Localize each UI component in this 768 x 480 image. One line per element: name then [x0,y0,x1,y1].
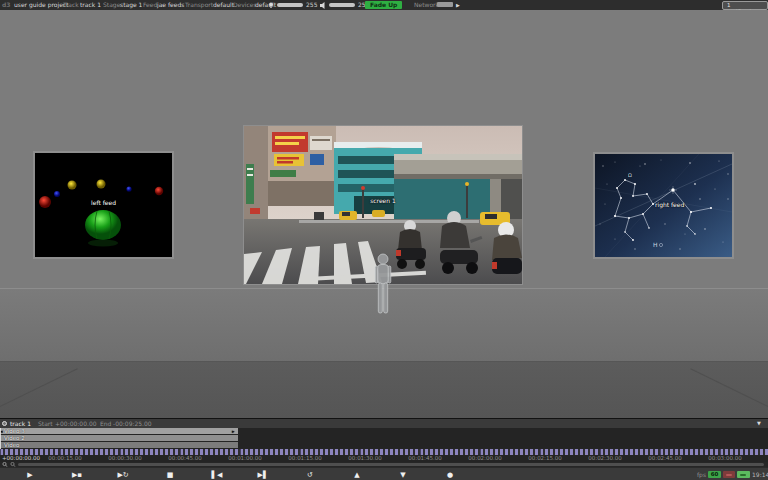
menu-transport-label: Transport [185,0,213,10]
brightness-slider[interactable] [277,3,303,7]
left-feed-label: left feed [91,200,116,206]
tick-label: 00:00:15.00 [48,455,81,461]
d3-application-window: d3 user guide project Track track 1 Stag… [0,0,768,480]
track-start-label: Start [38,419,53,428]
menu-feed-value[interactable]: jae feeds [157,0,184,10]
move-up-button[interactable]: ▲ [345,469,369,480]
layer-label: Video 3 [4,428,25,434]
layer-label: Video 2 [4,435,25,441]
svg-text:H: H [653,241,658,248]
fps-value-badge: 60 [708,471,721,478]
layer-video[interactable]: Video [0,442,238,448]
menu-devices-label: Devices [233,0,257,10]
track-start-value: +00:00:00.00 [55,419,97,428]
center-screen-label: screen 1 [370,198,396,204]
network-expand-icon[interactable]: ▶ [456,0,460,10]
fps-label: fps [697,471,706,478]
play-button[interactable]: ▶ [18,469,42,480]
stop-button[interactable]: ■ [158,469,182,480]
floor-front-edge [0,361,768,362]
menu-transport-value[interactable]: default [213,0,234,10]
track-header[interactable]: track 1 Start +00:00:00.00 End -00:09:25… [0,419,768,428]
screen-right-feed[interactable]: Ω H right feed [593,152,734,259]
svg-text:Ω: Ω [628,172,632,178]
stage-apron [0,362,768,418]
tick-label: 00:01:15.00 [288,455,321,461]
brightness-icon [268,2,274,8]
play-to-next-section-button[interactable]: ▶▪ [65,469,89,480]
health-indicator-red [723,471,735,478]
tick-label: 00:02:30.00 [588,455,621,461]
tick-label: 00:01:45.00 [408,455,441,461]
clock: 19:14:57 [752,471,768,478]
timeline-collapse-icon[interactable]: ▼ [757,419,761,428]
layer-video-3[interactable]: Video 3 ◂ ▸ [0,428,238,434]
right-feed-label: right feed [655,202,684,208]
fade-up-button[interactable]: Fade Up [365,1,402,9]
previous-section-button[interactable]: ▌◀ [205,469,229,480]
brightness-value: 255 [306,0,317,10]
tick-label: 00:00:30.00 [108,455,141,461]
tick-label: 00:00:45.00 [168,455,201,461]
tick-label: 00:02:15.00 [528,455,561,461]
d3-logo: d3 [2,0,10,10]
track-end-label: End [100,419,111,428]
timeline-panel: track 1 Start +00:00:00.00 End -00:09:25… [0,418,768,480]
tick-label: 00:01:00.00 [228,455,261,461]
return-to-start-button[interactable]: ↺ [298,469,322,480]
layer-scroll-right-icon[interactable]: ▸ [232,428,235,434]
health-indicator-green [737,471,750,478]
screen-left-feed[interactable]: left feed [33,151,174,259]
menu-track-value[interactable]: track 1 [80,0,101,10]
menu-feed-label: Feed [143,0,157,10]
tick-label: +00:00:00.00 [2,455,40,461]
menu-stage-label: Stage [103,0,120,10]
loop-section-button[interactable]: ▶↻ [111,469,135,480]
menu-stage-value[interactable]: stage 1 [120,0,142,10]
track-name[interactable]: track 1 [10,419,31,428]
next-section-button[interactable]: ▶▌ [251,469,275,480]
track-icon[interactable] [2,421,7,426]
track-end-value: -00:09:25.00 [113,419,152,428]
tick-label: 00:02:00.00 [468,455,501,461]
network-label: Network [414,0,439,10]
transport-bar: ▶ ▶▪ ▶↻ ■ ▌◀ ▶▌ ↺ ▲ ▼ ● fps 60 19:14:57 [0,467,768,480]
volume-icon [320,2,327,9]
reference-person-figure [370,253,396,317]
stage-visualiser[interactable]: left feed [0,10,768,418]
menu-track-label: Track [63,0,79,10]
health-red-bar [726,474,732,476]
cue-button[interactable]: ● [438,469,462,480]
health-green-bar [740,474,746,476]
tick-label: 00:02:45.00 [648,455,681,461]
layer-label: Video [4,442,19,448]
menu-project[interactable]: user guide project [14,0,69,10]
notification-button[interactable]: 1 notification ▶ [722,1,768,10]
timeline-scrollbar[interactable] [18,463,764,466]
network-meter[interactable] [437,2,453,7]
timeline-ruler-labels[interactable]: +00:00:00.00 00:00:15.00 00:00:30.00 00:… [0,455,768,462]
volume-slider[interactable] [329,3,355,7]
tick-label: 00:01:30.00 [348,455,381,461]
tick-label: 00:03:00.00 [708,455,741,461]
move-down-button[interactable]: ▼ [391,469,415,480]
layer-video-2[interactable]: Video 2 [0,435,238,441]
